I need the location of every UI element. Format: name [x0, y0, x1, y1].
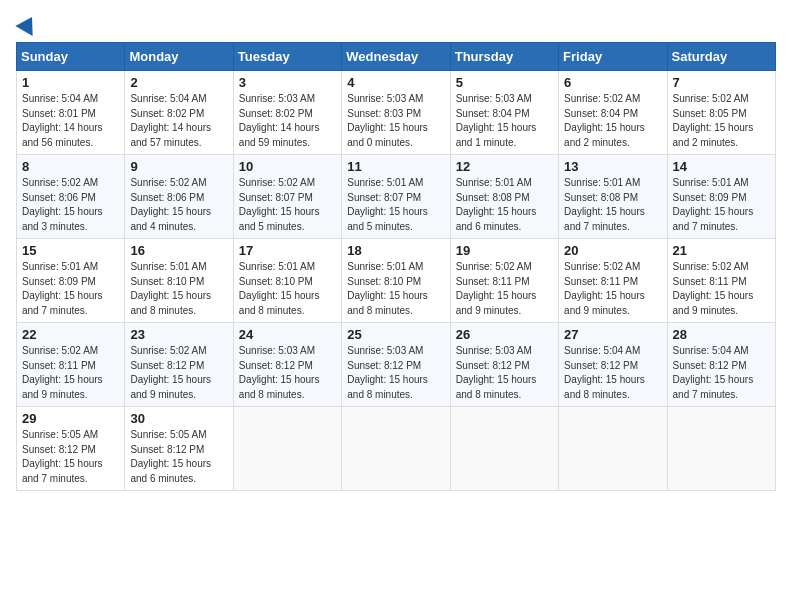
table-row: 6Sunrise: 5:02 AMSunset: 8:04 PMDaylight… — [559, 71, 667, 155]
day-info: Sunrise: 5:04 AMSunset: 8:12 PMDaylight:… — [673, 344, 770, 402]
col-header-tuesday: Tuesday — [233, 43, 341, 71]
day-number: 20 — [564, 243, 661, 258]
day-number: 8 — [22, 159, 119, 174]
table-row — [667, 407, 775, 491]
day-number: 15 — [22, 243, 119, 258]
day-info: Sunrise: 5:01 AMSunset: 8:10 PMDaylight:… — [130, 260, 227, 318]
day-number: 23 — [130, 327, 227, 342]
day-number: 9 — [130, 159, 227, 174]
table-row: 9Sunrise: 5:02 AMSunset: 8:06 PMDaylight… — [125, 155, 233, 239]
day-info: Sunrise: 5:05 AMSunset: 8:12 PMDaylight:… — [22, 428, 119, 486]
day-number: 17 — [239, 243, 336, 258]
table-row: 8Sunrise: 5:02 AMSunset: 8:06 PMDaylight… — [17, 155, 125, 239]
day-info: Sunrise: 5:02 AMSunset: 8:05 PMDaylight:… — [673, 92, 770, 150]
day-number: 26 — [456, 327, 553, 342]
table-row: 1Sunrise: 5:04 AMSunset: 8:01 PMDaylight… — [17, 71, 125, 155]
table-row: 7Sunrise: 5:02 AMSunset: 8:05 PMDaylight… — [667, 71, 775, 155]
table-row: 19Sunrise: 5:02 AMSunset: 8:11 PMDayligh… — [450, 239, 558, 323]
day-info: Sunrise: 5:01 AMSunset: 8:07 PMDaylight:… — [347, 176, 444, 234]
day-number: 12 — [456, 159, 553, 174]
table-row: 30Sunrise: 5:05 AMSunset: 8:12 PMDayligh… — [125, 407, 233, 491]
table-row: 26Sunrise: 5:03 AMSunset: 8:12 PMDayligh… — [450, 323, 558, 407]
col-header-sunday: Sunday — [17, 43, 125, 71]
table-row: 28Sunrise: 5:04 AMSunset: 8:12 PMDayligh… — [667, 323, 775, 407]
day-number: 21 — [673, 243, 770, 258]
header — [16, 16, 776, 34]
table-row: 10Sunrise: 5:02 AMSunset: 8:07 PMDayligh… — [233, 155, 341, 239]
day-number: 14 — [673, 159, 770, 174]
col-header-monday: Monday — [125, 43, 233, 71]
day-number: 27 — [564, 327, 661, 342]
table-row — [233, 407, 341, 491]
day-info: Sunrise: 5:04 AMSunset: 8:01 PMDaylight:… — [22, 92, 119, 150]
calendar-week-5: 29Sunrise: 5:05 AMSunset: 8:12 PMDayligh… — [17, 407, 776, 491]
table-row: 12Sunrise: 5:01 AMSunset: 8:08 PMDayligh… — [450, 155, 558, 239]
day-info: Sunrise: 5:02 AMSunset: 8:11 PMDaylight:… — [673, 260, 770, 318]
col-header-saturday: Saturday — [667, 43, 775, 71]
day-info: Sunrise: 5:02 AMSunset: 8:11 PMDaylight:… — [456, 260, 553, 318]
table-row — [450, 407, 558, 491]
day-info: Sunrise: 5:02 AMSunset: 8:06 PMDaylight:… — [130, 176, 227, 234]
day-number: 11 — [347, 159, 444, 174]
table-row: 11Sunrise: 5:01 AMSunset: 8:07 PMDayligh… — [342, 155, 450, 239]
day-number: 6 — [564, 75, 661, 90]
logo-triangle-icon — [15, 12, 40, 36]
table-row: 23Sunrise: 5:02 AMSunset: 8:12 PMDayligh… — [125, 323, 233, 407]
table-row: 17Sunrise: 5:01 AMSunset: 8:10 PMDayligh… — [233, 239, 341, 323]
day-number: 3 — [239, 75, 336, 90]
table-row: 18Sunrise: 5:01 AMSunset: 8:10 PMDayligh… — [342, 239, 450, 323]
table-row: 21Sunrise: 5:02 AMSunset: 8:11 PMDayligh… — [667, 239, 775, 323]
table-row: 27Sunrise: 5:04 AMSunset: 8:12 PMDayligh… — [559, 323, 667, 407]
calendar-week-4: 22Sunrise: 5:02 AMSunset: 8:11 PMDayligh… — [17, 323, 776, 407]
calendar: SundayMondayTuesdayWednesdayThursdayFrid… — [16, 42, 776, 491]
table-row: 20Sunrise: 5:02 AMSunset: 8:11 PMDayligh… — [559, 239, 667, 323]
table-row: 24Sunrise: 5:03 AMSunset: 8:12 PMDayligh… — [233, 323, 341, 407]
day-info: Sunrise: 5:02 AMSunset: 8:11 PMDaylight:… — [564, 260, 661, 318]
table-row — [342, 407, 450, 491]
calendar-week-3: 15Sunrise: 5:01 AMSunset: 8:09 PMDayligh… — [17, 239, 776, 323]
day-info: Sunrise: 5:02 AMSunset: 8:11 PMDaylight:… — [22, 344, 119, 402]
day-info: Sunrise: 5:03 AMSunset: 8:02 PMDaylight:… — [239, 92, 336, 150]
table-row: 3Sunrise: 5:03 AMSunset: 8:02 PMDaylight… — [233, 71, 341, 155]
day-info: Sunrise: 5:02 AMSunset: 8:06 PMDaylight:… — [22, 176, 119, 234]
day-info: Sunrise: 5:04 AMSunset: 8:12 PMDaylight:… — [564, 344, 661, 402]
day-number: 5 — [456, 75, 553, 90]
day-number: 16 — [130, 243, 227, 258]
day-number: 30 — [130, 411, 227, 426]
col-header-thursday: Thursday — [450, 43, 558, 71]
table-row: 13Sunrise: 5:01 AMSunset: 8:08 PMDayligh… — [559, 155, 667, 239]
day-info: Sunrise: 5:01 AMSunset: 8:10 PMDaylight:… — [347, 260, 444, 318]
col-header-friday: Friday — [559, 43, 667, 71]
day-info: Sunrise: 5:02 AMSunset: 8:04 PMDaylight:… — [564, 92, 661, 150]
table-row: 22Sunrise: 5:02 AMSunset: 8:11 PMDayligh… — [17, 323, 125, 407]
day-number: 22 — [22, 327, 119, 342]
day-number: 18 — [347, 243, 444, 258]
table-row — [559, 407, 667, 491]
day-info: Sunrise: 5:03 AMSunset: 8:04 PMDaylight:… — [456, 92, 553, 150]
day-number: 24 — [239, 327, 336, 342]
day-number: 7 — [673, 75, 770, 90]
day-info: Sunrise: 5:01 AMSunset: 8:10 PMDaylight:… — [239, 260, 336, 318]
calendar-header-row: SundayMondayTuesdayWednesdayThursdayFrid… — [17, 43, 776, 71]
day-number: 13 — [564, 159, 661, 174]
logo — [16, 16, 38, 34]
table-row: 4Sunrise: 5:03 AMSunset: 8:03 PMDaylight… — [342, 71, 450, 155]
day-number: 19 — [456, 243, 553, 258]
day-info: Sunrise: 5:04 AMSunset: 8:02 PMDaylight:… — [130, 92, 227, 150]
day-info: Sunrise: 5:03 AMSunset: 8:12 PMDaylight:… — [347, 344, 444, 402]
day-info: Sunrise: 5:01 AMSunset: 8:08 PMDaylight:… — [564, 176, 661, 234]
day-info: Sunrise: 5:03 AMSunset: 8:03 PMDaylight:… — [347, 92, 444, 150]
day-info: Sunrise: 5:05 AMSunset: 8:12 PMDaylight:… — [130, 428, 227, 486]
day-number: 28 — [673, 327, 770, 342]
table-row: 14Sunrise: 5:01 AMSunset: 8:09 PMDayligh… — [667, 155, 775, 239]
col-header-wednesday: Wednesday — [342, 43, 450, 71]
day-info: Sunrise: 5:01 AMSunset: 8:09 PMDaylight:… — [673, 176, 770, 234]
day-info: Sunrise: 5:03 AMSunset: 8:12 PMDaylight:… — [239, 344, 336, 402]
day-number: 29 — [22, 411, 119, 426]
day-number: 10 — [239, 159, 336, 174]
day-info: Sunrise: 5:03 AMSunset: 8:12 PMDaylight:… — [456, 344, 553, 402]
day-number: 2 — [130, 75, 227, 90]
table-row: 25Sunrise: 5:03 AMSunset: 8:12 PMDayligh… — [342, 323, 450, 407]
day-info: Sunrise: 5:01 AMSunset: 8:09 PMDaylight:… — [22, 260, 119, 318]
table-row: 5Sunrise: 5:03 AMSunset: 8:04 PMDaylight… — [450, 71, 558, 155]
